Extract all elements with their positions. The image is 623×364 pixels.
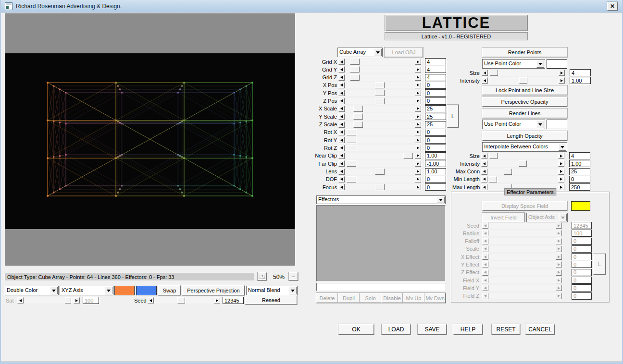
size-slider-track[interactable] [488,70,559,76]
rot-z-slider-thumb[interactable] [347,145,356,151]
x-scale-slider-thumb[interactable] [353,106,363,112]
size-decrement-button[interactable] [482,70,488,76]
y-scale-slider-thumb[interactable] [353,113,363,120]
y-pos-slider-track[interactable] [345,90,415,96]
color-b-swatch[interactable] [136,286,157,295]
z-scale-decrement-button[interactable] [338,121,345,128]
near-clip-slider-track[interactable] [345,153,415,159]
grid-z-increment-button[interactable] [415,74,421,81]
z-pos-slider-thumb[interactable] [375,98,385,104]
size-slider-track[interactable] [487,153,558,159]
chevron-down-icon[interactable] [50,287,58,294]
projection-toggle-button[interactable]: Perspective Projection [182,285,245,295]
rot-x-slider-track[interactable] [345,129,415,135]
saturation-increment-button[interactable] [74,297,80,303]
ok-button[interactable]: OK [338,324,374,335]
far-clip-slider-track[interactable] [345,160,415,167]
rot-y-decrement-button[interactable] [338,137,345,143]
focus-increment-button[interactable] [415,184,421,190]
near-clip-increment-button[interactable] [415,153,421,159]
max-conn-value-input[interactable]: 25 [569,168,590,175]
rot-z-value-input[interactable]: 0 [425,145,446,152]
grid-x-decrement-button[interactable] [338,59,345,65]
x-scale-slider-track[interactable] [345,106,415,112]
seed-decrement-button[interactable] [148,297,154,303]
axis-mode-select[interactable]: XYZ Axis [60,286,113,295]
lens-value-input[interactable]: 1.00 [425,168,446,175]
y-pos-value-input[interactable]: 0 [425,89,446,97]
x-scale-value-input[interactable]: 25 [425,105,446,112]
rot-z-decrement-button[interactable] [338,145,345,151]
rot-y-slider-thumb[interactable] [347,137,356,143]
rot-x-decrement-button[interactable] [338,129,345,135]
interpolate-colors-select[interactable]: Interpolate Between Colors [482,142,567,152]
dof-value-input[interactable]: 0 [425,176,446,183]
max-length-value-input[interactable]: 250 [569,183,590,191]
object-type-select[interactable]: Cube Array [337,48,383,57]
chevron-down-icon[interactable] [536,121,544,128]
saturation-slider-thumb[interactable] [65,297,71,303]
intensity-decrement-button[interactable] [481,160,487,167]
max-length-increment-button[interactable] [558,184,564,190]
seed-value-input[interactable]: 12345 [223,297,244,304]
dof-decrement-button[interactable] [338,176,345,182]
zoom-out-button[interactable]: − [289,272,298,280]
y-scale-decrement-button[interactable] [338,113,345,120]
dof-increment-button[interactable] [415,176,421,182]
z-pos-decrement-button[interactable] [338,98,345,104]
grid-y-slider-track[interactable] [345,66,415,73]
max-length-decrement-button[interactable] [481,184,487,190]
z-pos-slider-track[interactable] [345,98,415,104]
y-pos-increment-button[interactable] [415,90,421,96]
x-pos-slider-thumb[interactable] [375,82,385,88]
x-pos-decrement-button[interactable] [338,82,345,88]
grid-x-increment-button[interactable] [415,59,421,65]
near-clip-decrement-button[interactable] [338,153,345,159]
help-button[interactable]: HELP [453,324,483,335]
focus-slider-thumb[interactable] [375,184,385,190]
lens-slider-thumb[interactable] [375,169,385,175]
min-length-slider-thumb[interactable] [489,176,497,182]
rot-z-slider-track[interactable] [345,145,415,151]
grid-y-value-input[interactable]: 4 [425,66,446,73]
seed-increment-button[interactable] [214,297,220,303]
rot-y-value-input[interactable]: 0 [425,136,446,144]
grid-z-slider-track[interactable] [345,74,415,81]
saturation-decrement-button[interactable] [17,297,24,303]
seed-slider-thumb[interactable] [177,297,185,303]
rot-y-slider-track[interactable] [345,137,415,143]
z-scale-slider-thumb[interactable] [353,121,363,128]
min-length-decrement-button[interactable] [481,176,487,182]
line-color-mode-select[interactable]: Use Point Color [482,120,545,129]
max-conn-slider-track[interactable] [487,169,558,175]
dof-slider-track[interactable] [345,176,415,182]
rot-x-slider-thumb[interactable] [347,129,356,135]
intensity-increment-button[interactable] [559,77,565,84]
size-decrement-button[interactable] [481,153,487,159]
chevron-down-icon[interactable] [289,287,297,294]
grid-z-decrement-button[interactable] [338,74,345,81]
reset-button[interactable]: RESET [492,324,520,335]
rot-z-increment-button[interactable] [415,145,421,151]
min-length-slider-track[interactable] [487,176,558,182]
saturation-value-input[interactable]: 100 [83,297,99,304]
y-scale-slider-track[interactable] [345,113,415,120]
rot-y-increment-button[interactable] [415,137,421,143]
focus-decrement-button[interactable] [338,184,345,190]
x-pos-value-input[interactable]: 0 [425,82,446,89]
z-scale-value-input[interactable]: 25 [425,121,446,128]
far-clip-decrement-button[interactable] [338,160,345,167]
chevron-down-icon[interactable] [437,196,445,203]
reseed-button[interactable]: Reseed [245,295,297,304]
z-scale-slider-track[interactable] [345,121,415,128]
line-color-swatch[interactable] [547,120,567,129]
lock-point-line-size-button[interactable]: Lock Point and Line Size [482,85,567,95]
x-scale-decrement-button[interactable] [338,106,345,112]
effectors-header-select[interactable]: Effectors [316,195,446,204]
color-mode-select[interactable]: Double Color [5,286,59,295]
x-scale-increment-button[interactable] [415,106,421,112]
size-value-input[interactable]: 4 [570,69,591,76]
size-slider-thumb[interactable] [490,70,498,76]
y-scale-increment-button[interactable] [415,113,421,120]
scale-link-button[interactable]: L [447,105,459,128]
